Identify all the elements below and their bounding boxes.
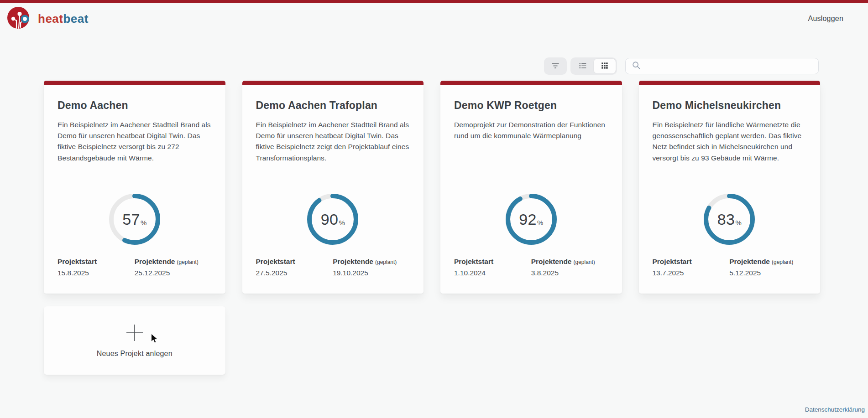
new-project-card[interactable]: Neues Projekt anlegen [44, 306, 225, 375]
project-dates: Projektstart 1.10.2024 Projektende(gepla… [454, 258, 608, 277]
grid-view-button[interactable] [594, 59, 616, 73]
new-project-label: Neues Projekt anlegen [97, 350, 173, 358]
end-date: 5.12.2025 [729, 269, 806, 277]
project-description: Ein Beispielnetz für ländliche Wärmenetz… [653, 119, 807, 164]
grid-view-icon [600, 61, 609, 72]
project-title: Demo KWP Roetgen [454, 99, 608, 112]
project-dates: Projektstart 13.7.2025 Projektende(gepla… [653, 258, 807, 277]
view-toggle [570, 57, 617, 75]
progress-value: 92% [506, 194, 557, 245]
plus-icon [125, 323, 144, 344]
project-start: Projektstart 13.7.2025 [653, 258, 730, 277]
start-date: 15.8.2025 [58, 269, 135, 277]
project-start: Projektstart 1.10.2024 [454, 258, 531, 277]
project-start: Projektstart 15.8.2025 [58, 258, 135, 277]
progress-ring: 92% [506, 194, 557, 245]
project-start: Projektstart 27.5.2025 [256, 258, 333, 277]
progress-ring: 57% [109, 194, 160, 245]
brand: heatbeat [7, 6, 89, 31]
card-accent-bar [242, 81, 424, 85]
project-card-demo-michelsneukirchen[interactable]: Demo Michelsneukirchen Ein Beispielnetz … [639, 81, 821, 294]
list-view-icon [578, 61, 588, 72]
search-box [625, 58, 819, 74]
progress-value: 57% [109, 194, 160, 245]
search-input[interactable] [645, 62, 813, 70]
project-end: Projektende(geplant) 3.8.2025 [531, 258, 608, 277]
progress-value: 90% [307, 194, 358, 245]
progress-ring: 90% [307, 194, 358, 245]
project-dates: Projektstart 15.8.2025 Projektende(gepla… [58, 258, 212, 277]
project-card-demo-kwp-roetgen[interactable]: Demo KWP Roetgen Demoprojekt zur Demonst… [440, 81, 622, 294]
project-description: Ein Beispielnetz im Aachener Stadtteil B… [58, 119, 212, 164]
project-title: Demo Aachen [58, 99, 212, 112]
filter-icon [550, 60, 561, 72]
project-end: Projektende(geplant) 19.10.2025 [333, 258, 410, 277]
project-description: Ein Beispielnetz im Aachener Stadtteil B… [256, 119, 410, 164]
project-end: Projektende(geplant) 5.12.2025 [729, 258, 806, 277]
list-view-button[interactable] [572, 59, 594, 73]
project-card-demo-aachen[interactable]: Demo Aachen Ein Beispielnetz im Aachener… [44, 81, 225, 294]
search-icon [631, 60, 641, 72]
project-title: Demo Michelsneukirchen [653, 99, 807, 112]
project-title: Demo Aachen Trafoplan [256, 99, 410, 112]
start-date: 27.5.2025 [256, 269, 333, 277]
project-card-demo-aachen-trafoplan[interactable]: Demo Aachen Trafoplan Ein Beispielnetz i… [242, 81, 424, 294]
card-accent-bar [440, 81, 622, 85]
start-date: 1.10.2024 [454, 269, 531, 277]
brand-word-heat: heat [38, 12, 63, 26]
progress-value: 83% [704, 194, 755, 245]
end-date: 25.12.2025 [135, 269, 212, 277]
project-description: Demoprojekt zur Demonstration der Funkti… [454, 119, 608, 141]
brand-word-beat: beat [63, 12, 88, 26]
progress-ring: 83% [704, 194, 755, 245]
project-dates: Projektstart 27.5.2025 Projektende(gepla… [256, 258, 410, 277]
brand-wordmark: heatbeat [38, 12, 89, 26]
privacy-link[interactable]: Datenschutzerklärung [805, 406, 865, 413]
start-date: 13.7.2025 [653, 269, 730, 277]
project-grid: Demo Aachen Ein Beispielnetz im Aachener… [0, 81, 868, 375]
card-accent-bar [639, 81, 821, 85]
logout-button[interactable]: Ausloggen [808, 15, 843, 23]
end-date: 3.8.2025 [531, 269, 608, 277]
heatbeat-logo-icon [7, 6, 30, 31]
filter-button[interactable] [544, 57, 567, 75]
card-accent-bar [44, 81, 225, 85]
app-header: heatbeat Ausloggen [0, 3, 868, 35]
toolbar [0, 57, 868, 75]
end-date: 19.10.2025 [333, 269, 410, 277]
project-end: Projektende(geplant) 25.12.2025 [135, 258, 212, 277]
